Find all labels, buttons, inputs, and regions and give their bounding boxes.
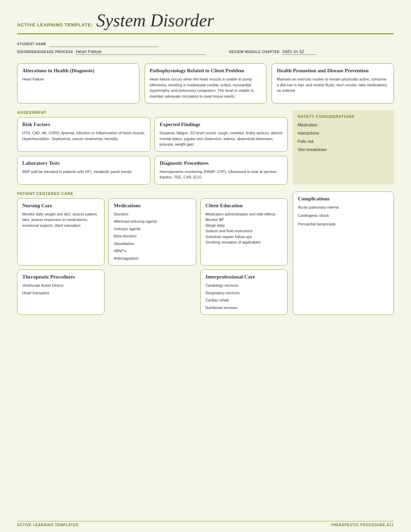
client-education-title: Client Education: [206, 203, 283, 209]
template-label: ACTIVE LEARNING TEMPLATE:: [17, 22, 93, 27]
complications-box: Complications Acute pulmonary edema Card…: [293, 191, 394, 315]
ic-2: Cardiac rehab: [206, 297, 283, 303]
assessment-header: ASSESSMENT: [17, 110, 288, 114]
footer: ACTIVE LEARNING TEMPLATES THERAPEUTIC PR…: [17, 521, 394, 527]
nursing-care-title: Nursing Care: [22, 203, 99, 209]
medications-list: Diuretics Afterload-reducing agents Inot…: [114, 211, 191, 261]
review-value: AMS ch 32: [282, 49, 316, 55]
tp-0: Ventricular Assist Device: [22, 283, 99, 288]
expected-findings-content: Dyspnea, fatigue, S3 heart sound, cough,…: [160, 130, 283, 147]
alterations-title: Alterations in Health (Diagnosis): [22, 68, 134, 74]
health-promotion-content: Maintain an exercise routine to remain p…: [277, 76, 389, 94]
med-6: Anticoagulants: [114, 256, 191, 261]
student-name-value: [49, 41, 159, 47]
disorder-label: DISORDER/DISEASE PROCESS: [17, 50, 73, 54]
diagnostic-procedures-title: Diagnostic Procedures: [160, 160, 283, 166]
alterations-box: Alterations in Health (Diagnosis) Heart …: [17, 63, 139, 103]
pathophysiology-box: Pathophysiology Related to Client Proble…: [145, 63, 267, 103]
pathophysiology-content: Heart failure occurs when the heart musc…: [150, 76, 262, 99]
interprofessional-care-title: Interprofessional Care: [206, 274, 283, 280]
disorder-row: DISORDER/DISEASE PROCESS Heart Failure R…: [17, 49, 394, 55]
medications-box: Medications Diuretics Afterload-reducing…: [109, 198, 196, 266]
med-3: Beta blockers: [114, 233, 191, 239]
risk-factors-title: Risk Factors: [22, 122, 145, 127]
assessment-section: ASSESSMENT Risk Factors HTN, CAD, MI, CO…: [17, 110, 394, 185]
student-info-section: STUDENT NAME DISORDER/DISEASE PROCESS He…: [17, 41, 394, 55]
safety-item-2: Falls risk: [298, 139, 389, 144]
health-promotion-box: Health Promotion and Disease Prevention …: [272, 63, 394, 103]
pcc-section: PATIENT-CENTERED CARE Nursing Care Monit…: [17, 191, 394, 315]
page-header: ACTIVE LEARNING TEMPLATE: System Disorde…: [17, 10, 394, 34]
health-promotion-title: Health Promotion and Disease Prevention: [277, 68, 389, 74]
safety-box: SAFETY CONSIDERATIONS Medication Interac…: [293, 110, 394, 185]
med-0: Diuretics: [114, 211, 191, 217]
pcc-left: PATIENT-CENTERED CARE Nursing Care Monit…: [17, 191, 288, 315]
review-label: REVIEW MODULE CHAPTER: [229, 50, 279, 54]
diagnostic-procedures-content: Hemodynamic monitoring (PAWP, CVP), Ultr…: [160, 169, 283, 180]
student-name-label: STUDENT NAME: [17, 42, 46, 46]
medications-title: Medications: [114, 203, 191, 209]
safety-item-3: Skin breakdown: [298, 147, 389, 152]
expected-findings-title: Expected Findings: [160, 122, 283, 127]
therapeutic-procedures-title: Therapeutic Procedures: [22, 274, 99, 280]
ic-0: Cardiology services: [206, 283, 283, 288]
safety-item-1: Interactions: [298, 131, 389, 136]
risk-factors-content: HTN, CAD, MI, COPD, Anemia, Infection or…: [22, 130, 145, 141]
ic-1: Respiratory services: [206, 290, 283, 296]
footer-left: ACTIVE LEARNING TEMPLATES: [17, 523, 78, 527]
nursing-care-content: Monitor daily weight and I&O, assess pat…: [22, 211, 99, 228]
assessment-grid: Risk Factors HTN, CAD, MI, COPD, Anemia,…: [17, 117, 288, 185]
interprofessional-care-list: Cardiology services Respiratory services…: [206, 283, 283, 310]
pathophysiology-title: Pathophysiology Related to Client Proble…: [150, 68, 262, 74]
nursing-care-box: Nursing Care Monitor daily weight and I&…: [17, 198, 104, 266]
client-education-content: Medication administration and side effec…: [206, 211, 283, 245]
template-title: System Disorder: [96, 10, 214, 30]
med-1: Afterload-reducing agents: [114, 219, 191, 224]
disorder-value: Heart Failure: [76, 49, 206, 55]
top-boxes-section: Alterations in Health (Diagnosis) Heart …: [17, 63, 394, 103]
tp-1: Heart transplant: [22, 290, 99, 296]
diagnostic-procedures-box: Diagnostic Procedures Hemodynamic monito…: [154, 156, 288, 185]
risk-factors-box: Risk Factors HTN, CAD, MI, COPD, Anemia,…: [17, 117, 150, 152]
safety-title: SAFETY CONSIDERATIONS: [298, 114, 389, 119]
interprofessional-care-box: Interprofessional Care Cardiology servic…: [200, 270, 288, 315]
pcc-bottom-grid: Therapeutic Procedures Ventricular Assis…: [17, 270, 288, 315]
lab-tests-title: Laboratory Tests: [22, 160, 145, 166]
complications-list: Acute pulmonary edema Cardiogenic shock …: [298, 205, 389, 227]
lab-tests-box: Laboratory Tests BNP (will be elevated i…: [17, 156, 150, 185]
med-5: hBNP's: [114, 248, 191, 254]
safety-item-0: Medication: [298, 123, 389, 127]
ic-3: Nutritional services: [206, 305, 283, 311]
student-name-row: STUDENT NAME: [17, 41, 394, 47]
comp-2: Perciardial tamponade: [298, 221, 389, 227]
comp-1: Cardiogenic shock: [298, 213, 389, 219]
complications-title: Complications: [298, 196, 389, 202]
pcc-top-grid: Nursing Care Monitor daily weight and I&…: [17, 198, 288, 266]
pcc-header: PATIENT-CENTERED CARE: [17, 191, 288, 196]
med-2: Inotropic agents: [114, 226, 191, 232]
comp-0: Acute pulmonary edema: [298, 205, 389, 210]
lab-tests-content: BNP (will be elevated in patients with H…: [22, 169, 145, 175]
therapeutic-procedures-box: Therapeutic Procedures Ventricular Assis…: [17, 270, 104, 315]
client-education-box: Client Education Medication administrati…: [200, 198, 288, 266]
safety-items: Medication Interactions Falls risk Skin …: [298, 123, 389, 152]
med-4: Vasodilators: [114, 241, 191, 247]
therapeutic-procedures-list: Ventricular Assist Device Heart transpla…: [22, 283, 99, 296]
footer-right: THERAPEUTIC PROCEDURE A11: [331, 523, 394, 527]
assessment-left: ASSESSMENT Risk Factors HTN, CAD, MI, CO…: [17, 110, 288, 185]
alterations-content: Heart Failure: [22, 76, 134, 82]
expected-findings-box: Expected Findings Dyspnea, fatigue, S3 h…: [154, 117, 288, 152]
